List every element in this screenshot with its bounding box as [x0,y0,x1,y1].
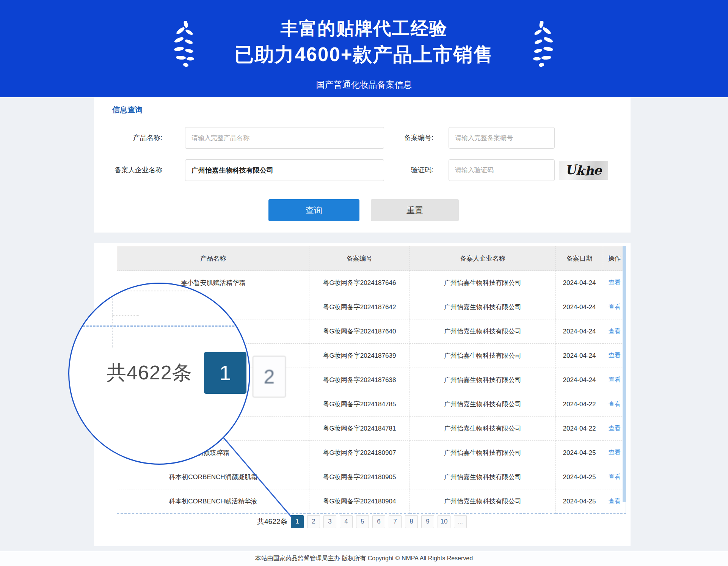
reg-number-label: 备案编号: [397,127,433,149]
magnified-page-2-button: 2 [253,356,286,398]
date-cell: 2024-04-24 [556,368,603,392]
captcha-glyph: h [584,163,594,178]
table-row: 科本初CORBENCH润颜凝肌霜粤G妆网备字2024180905广州怡嘉生物科技… [117,465,626,489]
page-3-button[interactable]: 3 [323,515,336,528]
date-cell: 2024-04-25 [556,441,603,465]
captcha-glyph: k [576,163,585,178]
table-header-row: 产品名称备案编号备案人企业名称备案日期操作 [117,246,626,271]
captcha-glyph: U [565,162,577,178]
banner-subtitle: 国产普通化妆品备案信息 [0,79,728,91]
page-7-button[interactable]: 7 [389,515,402,528]
query-button[interactable]: 查询 [268,199,359,221]
captcha-glyph: e [593,162,602,178]
date-cell: 2024-04-25 [556,465,603,489]
pagination: 12345678910... [291,515,467,528]
table-row: 科本初CORBENCH赋活精华液粤G妆网备字2024180904广州怡嘉生物科技… [117,489,626,514]
page-2-button[interactable]: 2 [307,515,320,528]
company-cell: 广州怡嘉生物科技有限公司 [410,441,556,465]
company-cell: 广州怡嘉生物科技有限公司 [410,489,556,514]
magnifier-circle: 共4622条 1 [68,283,250,465]
date-cell: 2024-04-22 [556,392,603,417]
magnified-page-1-button: 1 [204,352,246,394]
company-cell: 广州怡嘉生物科技有限公司 [410,295,556,319]
date-cell: 2024-04-22 [556,417,603,441]
column-header: 备案人企业名称 [410,246,556,271]
page-ellipsis-button[interactable]: ... [454,515,467,528]
reg-number-cell: 粤G妆网备字2024180905 [309,465,410,489]
page-6-button[interactable]: 6 [372,515,385,528]
product-name-cell: 科本初CORBENCH润颜凝肌霜 [117,465,309,489]
column-header: 产品名称 [117,246,309,271]
banner-title-line1: 丰富的贴牌代工经验 [0,17,728,41]
view-link[interactable]: 查看 [609,449,621,456]
page-1-button[interactable]: 1 [291,515,304,528]
date-cell: 2024-04-24 [556,271,603,295]
company-name-input[interactable] [185,159,384,181]
product-name-label: 产品名称: [116,127,162,149]
product-name-cell: 科本初CORBENCH赋活精华液 [117,489,309,514]
company-cell: 广州怡嘉生物科技有限公司 [410,319,556,344]
table-right-scroll-strip[interactable] [623,246,626,502]
date-cell: 2024-04-25 [556,489,603,514]
view-link[interactable]: 查看 [609,473,621,480]
company-name-label: 备案人企业名称 [109,159,162,181]
header-banner: 丰富的贴牌代工经验 已助力4600+款产品上市销售 国产普通化妆品备案信息 [0,0,728,97]
column-header: 备案编号 [309,246,410,271]
company-cell: 广州怡嘉生物科技有限公司 [410,344,556,368]
company-cell: 广州怡嘉生物科技有限公司 [410,271,556,295]
reg-number-cell: 粤G妆网备字2024187640 [309,319,410,344]
page-9-button[interactable]: 9 [421,515,434,528]
company-cell: 广州怡嘉生物科技有限公司 [410,417,556,441]
footer-copyright: 本站由国家药品监督管理局主办 版权所有 Copyright © NMPA All… [0,551,728,566]
captcha-label: 验证码: [397,159,433,181]
reg-number-cell: 粤G妆网备字2024184785 [309,392,410,417]
reg-number-cell: 粤G妆网备字2024187642 [309,295,410,319]
view-link[interactable]: 查看 [609,279,621,286]
magnified-table-bottom-border [69,325,250,327]
company-cell: 广州怡嘉生物科技有限公司 [410,465,556,489]
reg-number-cell: 粤G妆网备字2024187639 [309,344,410,368]
query-form-panel: 信息查询 产品名称: 备案编号: 备案人企业名称 验证码: Ukhe 查询 重置 [94,97,631,233]
reg-number-input[interactable] [449,127,555,149]
reg-number-cell: 粤G妆网备字2024187638 [309,368,410,392]
date-cell: 2024-04-24 [556,319,603,344]
view-link[interactable]: 查看 [609,401,621,407]
view-link[interactable]: 查看 [609,352,621,358]
section-title: 信息查询 [112,105,143,115]
captcha-input[interactable] [449,159,555,181]
reset-button[interactable]: 重置 [371,199,459,221]
company-cell: 广州怡嘉生物科技有限公司 [410,368,556,392]
captcha-image[interactable]: Ukhe [559,161,608,180]
view-link[interactable]: 查看 [609,328,621,334]
banner-title-line2: 已助力4600+款产品上市销售 [0,42,728,68]
page-5-button[interactable]: 5 [356,515,369,528]
date-cell: 2024-04-24 [556,344,603,368]
view-link[interactable]: 查看 [609,425,621,431]
magnified-row-border [112,315,139,316]
page-10-button[interactable]: 10 [438,515,450,528]
reg-number-cell: 粤G妆网备字2024184781 [309,417,410,441]
pagination-total: 共4622条 [257,515,287,528]
reg-number-cell: 粤G妆网备字2024180904 [309,489,410,514]
date-cell: 2024-04-24 [556,295,603,319]
view-link[interactable]: 查看 [609,498,621,504]
reg-number-cell: 粤G妆网备字2024180907 [309,441,410,465]
column-header: 备案日期 [556,246,603,271]
magnified-total-count: 共4622条 [107,360,192,386]
page-4-button[interactable]: 4 [340,515,353,528]
product-name-input[interactable] [185,127,384,149]
view-link[interactable]: 查看 [609,376,621,383]
magnified-table-border [112,291,113,348]
company-cell: 广州怡嘉生物科技有限公司 [410,392,556,417]
page-8-button[interactable]: 8 [405,515,418,528]
view-link[interactable]: 查看 [609,303,621,310]
reg-number-cell: 粤G妆网备字2024187646 [309,271,410,295]
